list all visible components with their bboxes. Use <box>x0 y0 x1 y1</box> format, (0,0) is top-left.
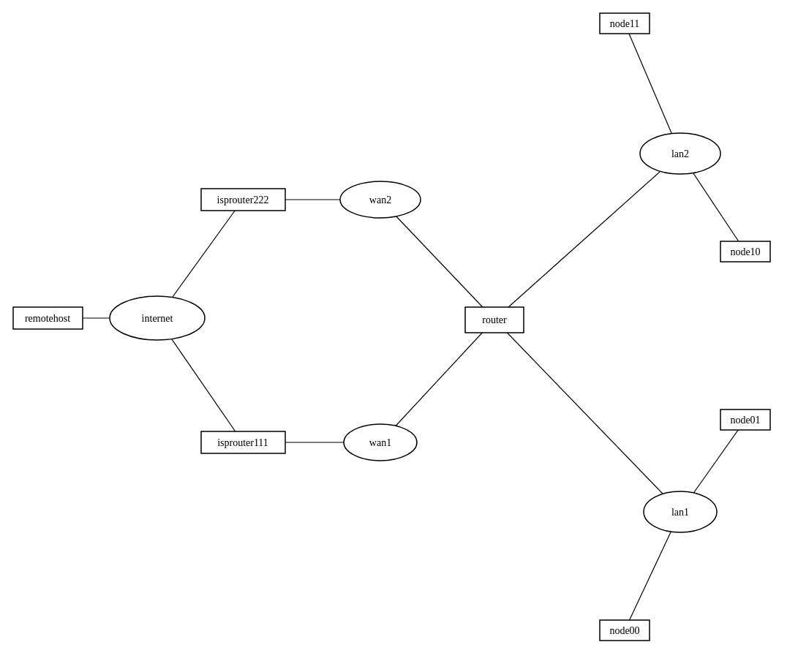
node-isprouter111: isprouter111 <box>201 431 285 453</box>
node-label-lan2: lan2 <box>671 148 689 159</box>
node-remotehost: remotehost <box>13 307 83 329</box>
node-node01: node01 <box>720 409 770 430</box>
node-label-isprouter222: isprouter222 <box>217 195 269 205</box>
node-router: router <box>465 307 524 333</box>
edge-wan2-router <box>380 200 494 320</box>
node-label-node10: node10 <box>730 246 760 257</box>
node-label-isprouter111: isprouter111 <box>217 437 268 448</box>
node-internet: internet <box>110 296 205 340</box>
node-node11: node11 <box>600 13 650 34</box>
node-label-node11: node11 <box>610 18 640 29</box>
node-node10: node10 <box>720 241 770 262</box>
node-wan2: wan2 <box>340 181 421 218</box>
node-label-wan1: wan1 <box>369 437 391 448</box>
edge-router-lan1 <box>494 320 680 512</box>
node-isprouter222: isprouter222 <box>201 189 285 211</box>
node-label-lan1: lan1 <box>671 507 689 518</box>
node-lan1: lan1 <box>644 491 717 532</box>
node-label-internet: internet <box>142 313 173 324</box>
edge-router-lan2 <box>494 154 680 320</box>
network-diagram: remotehostinternetisprouter222wan2isprou… <box>0 0 798 672</box>
node-lan2: lan2 <box>640 133 720 174</box>
node-label-node01: node01 <box>730 415 760 426</box>
node-label-node00: node00 <box>609 625 639 636</box>
node-label-wan2: wan2 <box>369 195 391 205</box>
edge-wan1-router <box>380 320 494 442</box>
node-wan1: wan1 <box>344 424 417 461</box>
node-node00: node00 <box>600 620 650 641</box>
node-label-remotehost: remotehost <box>25 313 70 324</box>
node-label-router: router <box>482 314 507 325</box>
